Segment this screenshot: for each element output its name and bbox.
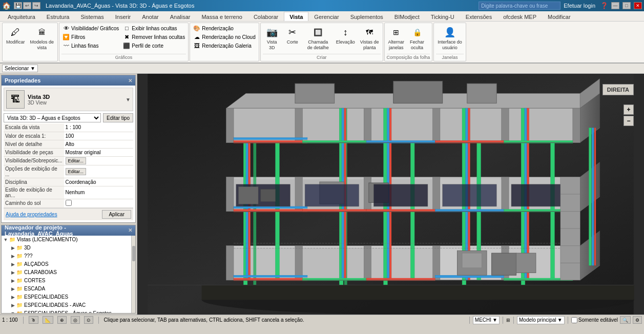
prop-value[interactable]: Editar... — [64, 165, 133, 178]
exibir-ocultas-button[interactable]: □ Exibir linhas ocultas — [122, 24, 186, 32]
tab-bimobject[interactable]: BIModject — [389, 12, 425, 21]
item-aguas-label: ESPECIALIDADES - Águas e Esgotos — [24, 310, 112, 313]
svg-rect-28 — [364, 108, 371, 142]
tab-anotar[interactable]: Anotar — [136, 12, 164, 21]
opcoes-edit-btn[interactable]: Editar... — [66, 168, 87, 175]
tab-inserir[interactable]: Inserir — [110, 12, 137, 21]
title-search-input[interactable] — [479, 2, 560, 10]
perfil-corte-button[interactable]: ⬛ Perfil de corte — [122, 41, 186, 50]
quick-access-redo[interactable]: ↪ — [32, 2, 40, 9]
svg-rect-29 — [433, 108, 440, 142]
status-icon-btn1[interactable]: 🖱 — [29, 316, 38, 324]
tree-item-esp-aguas[interactable]: ▼ 📁 ESPECIALIDADES - Águas e Esgotos — [9, 309, 131, 314]
close-button[interactable]: ✕ — [634, 2, 642, 9]
viewport[interactable]: DIREITA + − — [137, 74, 644, 315]
toggle-claraboias[interactable]: ▶ — [10, 269, 16, 276]
toggle-avac[interactable]: ▶ — [10, 302, 16, 308]
status-icon-right2[interactable]: ⚙ — [633, 316, 642, 324]
status-icon-btn4[interactable]: ◎ — [71, 316, 80, 324]
visibilidade-button[interactable]: 👁 Visibilidade/ Gráficos — [61, 24, 120, 32]
toggle-cortes[interactable]: ▶ — [10, 278, 16, 284]
renderizacao-galeria-button[interactable]: 🖼 Renderização Galeria — [192, 41, 257, 50]
vista-3d-button[interactable]: 📷 Vista3D — [263, 24, 281, 52]
tab-modificar[interactable]: Modificar — [542, 12, 576, 21]
tree-item-vistas[interactable]: ▼ 📁 Vistas (LICENCIAMENTO) — [2, 236, 131, 244]
filtros-button[interactable]: 🔽 Filtros — [61, 33, 120, 41]
tab-colaborar[interactable]: Colaborar — [248, 12, 284, 21]
prop-value[interactable]: Editar... — [64, 156, 133, 165]
status-icon-btn2[interactable]: 📐 — [43, 316, 53, 324]
model-dropdown[interactable]: Modelo principal ▼ — [517, 316, 565, 324]
direita-label[interactable]: DIREITA — [603, 84, 634, 95]
view-type-dropdown[interactable]: ▼ — [126, 97, 131, 102]
tree-item-esp-avac[interactable]: ▶ 📁 ESPECIALIDADES - AVAC — [9, 301, 131, 309]
fechar-oculta-button[interactable]: 🔒 Fecharoculta — [408, 24, 426, 52]
elevacao-button[interactable]: ↕ Elevação — [335, 24, 357, 46]
tree-item-qqq[interactable]: ▶ 📁 ??? — [9, 252, 131, 260]
navigator-close-button[interactable]: ✕ — [128, 227, 132, 233]
tab-sistemas[interactable]: Sistemas — [75, 12, 109, 21]
tab-suplementos[interactable]: Suplementos — [345, 12, 389, 21]
tree-item-alcados[interactable]: ▶ 📁 ALÇADOS — [9, 260, 131, 268]
tab-extensoes[interactable]: Extensões — [460, 12, 497, 21]
remover-ocultas-button[interactable]: ✖ Remover linhas ocultas — [122, 33, 186, 41]
tab-gerenciar[interactable]: Gerenciar — [308, 12, 344, 21]
toggle-qqq[interactable]: ▶ — [10, 253, 16, 259]
toggle-3d[interactable]: ▶ — [10, 245, 16, 251]
toggle-alcados[interactable]: ▶ — [10, 261, 16, 267]
apply-button[interactable]: Aplicar — [102, 210, 131, 219]
toggle-vistas[interactable]: ▼ — [3, 237, 9, 243]
tab-analisar[interactable]: Analisar — [164, 12, 196, 21]
renderizacao-button[interactable]: 🎨 Renderização — [192, 24, 257, 32]
zoom-out-button[interactable]: − — [624, 116, 634, 126]
corte-button[interactable]: ✂ Corte — [283, 24, 302, 46]
view-type-header: 🏗 Vista 3D 3D View ▼ — [4, 88, 133, 111]
status-icon-right1[interactable]: 🔍 — [620, 316, 631, 324]
selecionar-dropdown[interactable]: Selecionar ▼ — [2, 65, 38, 72]
tree-item-especialidades[interactable]: ▶ 📁 ESPECIALIDADES — [9, 293, 131, 301]
toggle-escada[interactable]: ▶ — [10, 286, 16, 292]
tab-arquitetura[interactable]: Arquitetura — [2, 12, 41, 21]
caminho-sol-checkbox[interactable] — [66, 200, 72, 206]
somente-editavel-checkbox[interactable] — [571, 317, 577, 323]
modificar-button[interactable]: 🖊 Modificar — [5, 24, 27, 46]
chamada-detalhe-button[interactable]: 🔲 Chamada de detalhe — [304, 24, 333, 52]
vistas-planta-button[interactable]: 🗺 Vistas deplanta — [359, 24, 381, 52]
help-icon[interactable]: ❓ — [600, 2, 608, 9]
edit-type-button[interactable]: Editar tipo — [103, 113, 133, 122]
view-select[interactable]: Vista 3D: 3D – Águas e Esgotos — [4, 113, 101, 122]
tree-item-3d[interactable]: ▶ 📁 3D — [9, 244, 131, 252]
tab-massa[interactable]: Massa e terreno — [196, 12, 247, 21]
svg-rect-83 — [492, 253, 516, 275]
status-icon-btn5[interactable]: ⊙ — [84, 316, 93, 324]
zoom-in-button[interactable]: + — [624, 105, 634, 115]
modelos-vista-button[interactable]: 🏛 Modelos devista — [29, 24, 56, 52]
quick-access-undo[interactable]: ↩ — [23, 2, 31, 9]
tree-item-claraboias[interactable]: ▶ 📁 CLARABOIAS — [9, 268, 131, 277]
tree-item-cortes[interactable]: ▶ 📁 CORTES — [9, 277, 131, 285]
status-icon-btn3[interactable]: ⊕ — [57, 316, 67, 324]
renderizacao-cloud-button[interactable]: ☁ Renderização no Cloud — [192, 33, 257, 41]
login-label[interactable]: Efetuar login — [564, 3, 595, 9]
visib-edit-btn[interactable]: Editar... — [66, 157, 87, 164]
quick-access-save[interactable]: 💾 — [14, 2, 22, 9]
toggle-esp[interactable]: ▶ — [10, 294, 16, 300]
linhas-finas-button[interactable]: 〰 Linhas finas — [61, 41, 120, 50]
properties-close-button[interactable]: ✕ — [128, 78, 132, 84]
help-link[interactable]: Ajuda de propriedades — [6, 212, 57, 217]
tab-vista[interactable]: Vista — [284, 12, 308, 21]
tab-ticking[interactable]: Ticking-U — [425, 12, 460, 21]
maximize-button[interactable]: □ — [622, 2, 631, 9]
svg-rect-79 — [435, 275, 504, 278]
nav-scrollbar[interactable] — [131, 236, 135, 314]
alternar-janelas-button[interactable]: ⊞ Alternarjanelas — [387, 24, 406, 52]
minimize-button[interactable]: — — [611, 2, 619, 9]
svg-rect-33 — [302, 248, 364, 278]
properties-table: Escala da vista 1 : 100 Valor de escala … — [4, 123, 133, 208]
interface-usuario-button[interactable]: 👤 Interface dousuário — [436, 24, 464, 52]
tab-ofcdesk[interactable]: ofcdesk MEP — [497, 12, 542, 21]
toggle-aguas[interactable]: ▼ — [10, 310, 16, 314]
tree-item-escada[interactable]: ▶ 📁 ESCADA — [9, 285, 131, 293]
tab-estrutura[interactable]: Estrutura — [41, 12, 75, 21]
discipline-dropdown[interactable]: MECHI ▼ — [473, 316, 500, 324]
